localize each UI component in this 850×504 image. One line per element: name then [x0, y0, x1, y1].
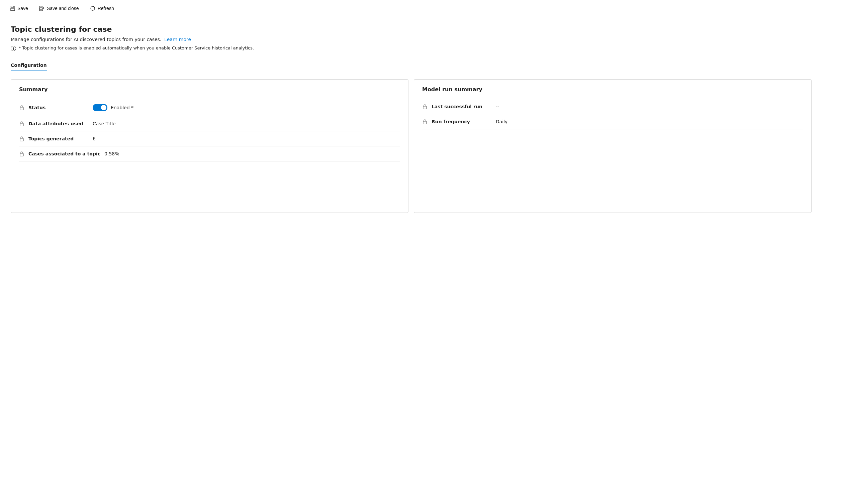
save-label: Save: [17, 6, 28, 11]
learn-more-link[interactable]: Learn more: [164, 37, 191, 42]
summary-card: Summary Status Enabled *: [11, 79, 409, 213]
refresh-label: Refresh: [98, 6, 114, 11]
last-run-label: Last successful run: [432, 104, 492, 109]
save-button[interactable]: Save: [5, 3, 32, 13]
svg-rect-1: [11, 6, 13, 8]
svg-rect-5: [40, 8, 42, 10]
model-run-card-title: Model run summary: [422, 86, 803, 93]
svg-rect-9: [20, 138, 23, 141]
save-and-close-button[interactable]: Save and close: [35, 3, 83, 13]
summary-card-title: Summary: [19, 86, 400, 93]
svg-rect-2: [11, 8, 14, 11]
model-run-card: Model run summary Last successful run --: [414, 79, 812, 213]
cases-associated-lock-icon: [19, 151, 24, 157]
topics-generated-value: 6: [93, 136, 96, 141]
last-run-field-row: Last successful run --: [422, 99, 803, 114]
info-note: i * Topic clustering for cases is enable…: [11, 46, 839, 51]
status-lock-icon: [19, 105, 24, 110]
info-icon: i: [11, 46, 16, 51]
toolbar: Save Save and close Refresh: [0, 0, 850, 17]
save-and-close-label: Save and close: [47, 6, 79, 11]
status-toggle-container: Enabled *: [93, 104, 134, 111]
topics-generated-field-row: Topics generated 6: [19, 131, 400, 146]
refresh-button[interactable]: Refresh: [86, 3, 118, 13]
description-text: Manage configurations for AI discovered …: [11, 37, 161, 42]
status-value: Enabled *: [111, 105, 134, 110]
toggle-track: [93, 104, 107, 111]
page-title: Topic clustering for case: [11, 25, 839, 33]
cases-associated-value: 0.58%: [104, 151, 119, 157]
save-close-icon: [39, 5, 45, 11]
save-icon: [10, 5, 15, 11]
last-run-value: --: [496, 104, 499, 109]
last-run-lock-icon: [422, 104, 428, 109]
page-content: Topic clustering for case Manage configu…: [0, 17, 850, 221]
svg-rect-4: [40, 6, 42, 7]
svg-rect-12: [423, 121, 427, 124]
topics-generated-lock-icon: [19, 136, 24, 141]
data-attributes-lock-icon: [19, 121, 24, 126]
svg-rect-10: [20, 154, 23, 156]
cards-container: Summary Status Enabled *: [11, 79, 839, 213]
cases-associated-field-row: Cases associated to a topic 0.58%: [19, 146, 400, 161]
toggle-thumb: [101, 105, 106, 110]
tab-configuration[interactable]: Configuration: [11, 59, 47, 71]
topics-generated-label: Topics generated: [29, 136, 89, 141]
run-frequency-value: Daily: [496, 119, 507, 124]
tabs-container: Configuration: [11, 59, 839, 71]
info-note-text: * Topic clustering for cases is enabled …: [19, 46, 254, 51]
refresh-icon: [90, 5, 96, 11]
svg-rect-7: [20, 107, 23, 110]
run-frequency-lock-icon: [422, 119, 428, 124]
svg-rect-8: [20, 123, 23, 126]
status-toggle[interactable]: [93, 104, 107, 111]
svg-rect-11: [423, 106, 427, 109]
data-attributes-label: Data attributes used: [29, 121, 89, 126]
status-field-row: Status Enabled *: [19, 99, 400, 116]
page-description: Manage configurations for AI discovered …: [11, 37, 839, 42]
run-frequency-field-row: Run frequency Daily: [422, 114, 803, 129]
run-frequency-label: Run frequency: [432, 119, 492, 124]
cases-associated-label: Cases associated to a topic: [29, 151, 100, 157]
data-attributes-value: Case Title: [93, 121, 116, 126]
status-label: Status: [29, 105, 89, 110]
data-attributes-field-row: Data attributes used Case Title: [19, 116, 400, 131]
